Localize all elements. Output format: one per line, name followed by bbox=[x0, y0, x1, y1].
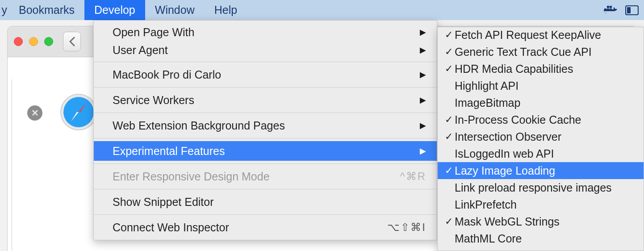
menu-item-label: Connect Web Inspector bbox=[113, 221, 229, 234]
menu-web-ext-bg-pages[interactable]: Web Extension Background Pages ▶ bbox=[94, 116, 437, 135]
submenu-item-label: Mask WebGL Strings bbox=[455, 215, 560, 228]
submenu-arrow-icon: ▶ bbox=[420, 70, 426, 79]
develop-dropdown: Open Page With ▶ User Agent ▶ MacBook Pr… bbox=[93, 20, 437, 240]
submenu-item[interactable]: ✓In-Process Cookie Cache bbox=[438, 111, 644, 128]
menu-show-snippet-editor[interactable]: Show Snippet Editor bbox=[94, 192, 437, 212]
submenu-item-label: Highlight API bbox=[455, 79, 519, 92]
check-icon: ✓ bbox=[443, 29, 455, 41]
submenu-arrow-icon: ▶ bbox=[420, 45, 426, 55]
close-tab-button[interactable]: ✕ bbox=[27, 105, 42, 121]
submenu-item[interactable]: IsLoggedIn web API bbox=[438, 145, 644, 162]
menu-separator bbox=[94, 87, 437, 88]
menu-help[interactable]: Help bbox=[205, 0, 247, 20]
menu-open-page-with[interactable]: Open Page With ▶ bbox=[94, 23, 437, 41]
menu-separator bbox=[94, 214, 437, 215]
menu-item-label: MacBook Pro di Carlo bbox=[113, 68, 221, 81]
sidebar-edge bbox=[8, 79, 12, 251]
check-icon: ✓ bbox=[443, 63, 455, 75]
menu-shortcut: ⌥⇧⌘I bbox=[387, 221, 426, 234]
docker-icon[interactable] bbox=[603, 5, 618, 16]
submenu-item[interactable]: ✓Mask WebGL Strings bbox=[438, 213, 644, 230]
safari-compass-icon bbox=[59, 93, 98, 131]
menu-separator bbox=[94, 138, 437, 138]
menu-connect-web-inspector[interactable]: Connect Web Inspector ⌥⇧⌘I bbox=[94, 218, 437, 237]
submenu-item-label: MathML Core bbox=[455, 232, 522, 245]
sidebar-toggle-icon[interactable] bbox=[625, 5, 639, 15]
menu-separator bbox=[94, 113, 437, 113]
back-button[interactable] bbox=[63, 32, 81, 51]
submenu-arrow-icon: ▶ bbox=[420, 146, 426, 156]
submenu-item[interactable]: ✓Intersection Observer bbox=[438, 128, 644, 145]
menu-enter-responsive-design-mode: Enter Responsive Design Mode ^⌘R bbox=[94, 167, 437, 186]
submenu-item[interactable]: ✓Lazy Image Loading bbox=[438, 162, 644, 179]
menu-item-label: Service Workers bbox=[113, 94, 194, 107]
check-icon: ✓ bbox=[443, 131, 455, 142]
menu-bookmarks[interactable]: Bookmarks bbox=[9, 0, 84, 20]
svg-rect-3 bbox=[607, 6, 609, 8]
zoom-window-button[interactable] bbox=[44, 37, 53, 46]
experimental-features-submenu: ✓Fetch API Request KeepAlive✓Generic Tex… bbox=[437, 27, 644, 251]
submenu-item[interactable]: Highlight API bbox=[438, 77, 644, 94]
traffic-lights bbox=[14, 37, 53, 46]
menu-user-agent[interactable]: User Agent ▶ bbox=[94, 41, 437, 59]
submenu-arrow-icon: ▶ bbox=[420, 27, 426, 37]
menu-device-macbookpro[interactable]: MacBook Pro di Carlo ▶ bbox=[94, 65, 437, 84]
menubar-tray bbox=[603, 5, 644, 16]
svg-rect-6 bbox=[627, 7, 631, 13]
svg-rect-4 bbox=[610, 6, 612, 8]
menu-item-label: Show Snippet Editor bbox=[113, 196, 214, 209]
check-icon: ✓ bbox=[443, 165, 455, 176]
submenu-item[interactable]: MathML Core bbox=[438, 230, 644, 247]
submenu-item-label: Fetch API Request KeepAlive bbox=[455, 29, 601, 42]
minimize-window-button[interactable] bbox=[29, 37, 38, 46]
menu-separator bbox=[94, 62, 437, 62]
submenu-item[interactable]: ✓Generic Text Track Cue API bbox=[438, 43, 644, 60]
menu-item-label: Web Extension Background Pages bbox=[113, 119, 285, 132]
menu-item-label: Enter Responsive Design Mode bbox=[113, 170, 270, 183]
menu-item-label: Experimental Features bbox=[113, 145, 225, 158]
menu-item-label: Open Page With bbox=[113, 26, 194, 39]
partial-menu-glyph: y bbox=[0, 4, 9, 17]
check-icon: ✓ bbox=[443, 46, 455, 58]
submenu-item[interactable]: LinkPrefetch bbox=[438, 196, 644, 213]
check-icon: ✓ bbox=[443, 114, 455, 126]
menu-window[interactable]: Window bbox=[145, 0, 205, 20]
menu-item-label: User Agent bbox=[113, 44, 168, 57]
submenu-item-label: In-Process Cookie Cache bbox=[455, 113, 581, 126]
submenu-item-label: Link preload responsive images bbox=[455, 181, 612, 194]
menu-experimental-features[interactable]: Experimental Features ▶ bbox=[94, 141, 437, 161]
submenu-item[interactable]: ✓Fetch API Request KeepAlive bbox=[438, 27, 644, 43]
menubar: y Bookmarks Develop Window Help bbox=[0, 0, 644, 20]
submenu-item-label: Lazy Image Loading bbox=[455, 164, 555, 177]
menu-service-workers[interactable]: Service Workers ▶ bbox=[94, 90, 437, 110]
menu-develop[interactable]: Develop bbox=[84, 0, 145, 20]
submenu-item-label: ImageBitmap bbox=[455, 96, 520, 109]
submenu-arrow-icon: ▶ bbox=[420, 121, 426, 130]
menu-separator bbox=[94, 163, 437, 164]
menu-separator bbox=[94, 189, 437, 189]
submenu-item[interactable]: ImageBitmap bbox=[438, 94, 644, 111]
submenu-item[interactable]: Link preload responsive images bbox=[438, 179, 644, 196]
submenu-item-label: LinkPrefetch bbox=[455, 198, 517, 211]
check-icon: ✓ bbox=[443, 216, 455, 227]
submenu-item[interactable]: ✓HDR Media Capabilities bbox=[438, 60, 644, 77]
submenu-item-label: Generic Text Track Cue API bbox=[455, 46, 592, 59]
close-window-button[interactable] bbox=[14, 37, 23, 46]
submenu-item-label: Intersection Observer bbox=[455, 130, 561, 143]
submenu-item-label: IsLoggedIn web API bbox=[455, 147, 554, 160]
menu-shortcut: ^⌘R bbox=[400, 170, 426, 183]
submenu-arrow-icon: ▶ bbox=[420, 95, 426, 105]
submenu-item-label: HDR Media Capabilities bbox=[455, 63, 573, 75]
